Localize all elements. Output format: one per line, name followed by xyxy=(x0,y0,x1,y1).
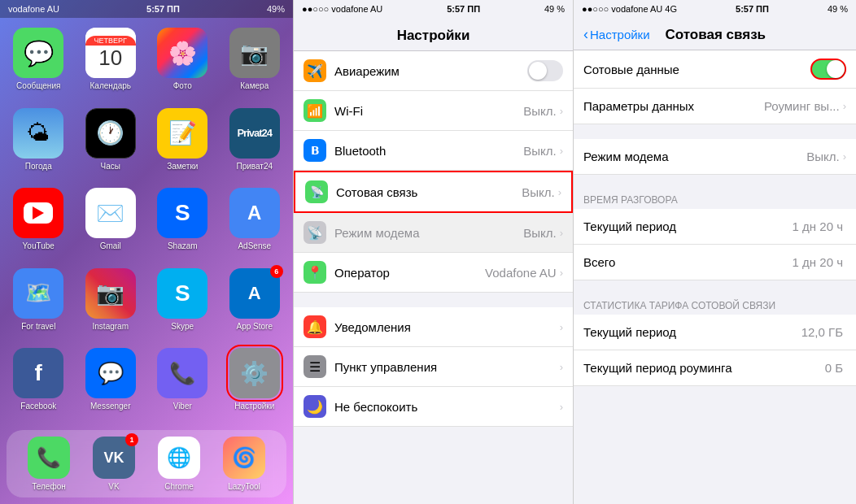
back-label: Настройки xyxy=(590,28,650,41)
phone2: ●●○○○ vodafone AU 5:57 ПП 49 % Настройки… xyxy=(293,0,574,504)
app-messenger[interactable]: 💬 Messenger xyxy=(81,348,142,417)
app-icon-facebook: f xyxy=(13,348,63,398)
dock-label-lazytool: LazyTool xyxy=(228,482,260,491)
settings-row-airplane[interactable]: ✈️ Авиарежим xyxy=(294,51,573,91)
app-shazam[interactable]: S Shazam xyxy=(152,188,213,257)
airplane-label: Авиарежим xyxy=(334,64,527,78)
cellular-value: Выкл. xyxy=(522,185,554,199)
settings-row-control[interactable]: ☰ Пункт управления › xyxy=(294,347,573,387)
wifi-icon: 📶 xyxy=(304,99,326,122)
app-label-appstore: App Store xyxy=(237,322,273,331)
app-clock[interactable]: 🕐 Часы xyxy=(81,108,142,177)
app-weather[interactable]: 🌤 Погода xyxy=(8,108,69,177)
separator-1 xyxy=(294,293,573,307)
app-label-youtube: YouTube xyxy=(23,241,55,250)
dock-label-chrome: Chrome xyxy=(164,482,194,491)
app-privat24[interactable]: Privat24 Приват24 xyxy=(225,108,286,177)
app-facebook[interactable]: f Facebook xyxy=(8,348,69,417)
data-params-label: Параметры данных xyxy=(583,99,764,113)
settings-row-dnd[interactable]: 🌙 Не беспокоить › xyxy=(294,387,573,427)
dock-chrome[interactable]: 🌐 Chrome xyxy=(158,437,200,491)
settings-row-operator[interactable]: 📍 Оператор Vodafone AU › xyxy=(294,253,573,293)
control-icon: ☰ xyxy=(304,355,326,378)
tariff-stats-group: Текущий период 12,0 ГБ Текущий период ро… xyxy=(574,315,856,386)
data-params-chevron: › xyxy=(843,100,846,112)
cellular-label: Сотовая связь xyxy=(336,185,522,199)
app-settings[interactable]: ⚙️ Настройки xyxy=(225,348,286,417)
app-appstore[interactable]: A 6 App Store xyxy=(225,268,286,337)
app-label-messages: Сообщения xyxy=(16,81,60,90)
app-label-weather: Погода xyxy=(25,162,52,171)
app-fortravel[interactable]: 🗺️ For travel xyxy=(8,268,69,337)
cellular-detail-header: ‹ Настройки Сотовая связь xyxy=(574,18,856,50)
modem-detail-chevron: › xyxy=(843,150,846,163)
app-icon-shazam: S xyxy=(157,188,207,238)
cellular-data-group: Сотовые данные Параметры данных Роуминг … xyxy=(574,50,856,124)
dnd-icon: 🌙 xyxy=(304,395,326,418)
app-icon-photos: 🌸 xyxy=(157,28,207,78)
dock-phone[interactable]: 📞 Телефон xyxy=(28,437,70,491)
app-photos[interactable]: 🌸 Фото xyxy=(152,28,213,97)
time-3: 5:57 ПП xyxy=(736,4,769,14)
app-adsense[interactable]: A AdSense xyxy=(225,188,286,257)
dock-lazytool[interactable]: 🌀 LazyTool xyxy=(223,437,265,491)
section-call-time: ВРЕМЯ РАЗГОВОРА xyxy=(574,189,856,209)
dock-icon-chrome: 🌐 xyxy=(158,437,200,479)
app-skype[interactable]: S Skype xyxy=(152,268,213,337)
dock-vk[interactable]: VK 1 VK xyxy=(93,437,135,491)
settings-row-data-params[interactable]: Параметры данных Роуминг вы... › xyxy=(574,89,856,124)
settings-row-modem-detail[interactable]: Режим модема Выкл. › xyxy=(574,139,856,175)
dnd-label: Не беспокоить xyxy=(334,400,560,414)
app-label-fortravel: For travel xyxy=(21,322,55,331)
app-icon-camera: 📷 xyxy=(229,28,280,78)
current-period-data-value: 12,0 ГБ xyxy=(801,325,843,339)
settings-row-cellular[interactable]: 📡 Сотовая связь Выкл. › xyxy=(295,172,571,211)
app-label-facebook: Facebook xyxy=(20,402,56,411)
settings-row-wifi[interactable]: 📶 Wi-Fi Выкл. › xyxy=(294,91,573,131)
current-period-calls-label: Текущий период xyxy=(583,219,793,233)
app-icon-messages: 💬 xyxy=(13,28,63,78)
app-label-instagram: Instagram xyxy=(93,322,129,331)
app-icon-settings: ⚙️ xyxy=(229,348,280,398)
app-notes[interactable]: 📝 Заметки xyxy=(152,108,213,177)
bluetooth-icon: 𝗕 xyxy=(304,139,326,162)
settings-row-notifications[interactable]: 🔔 Уведомления › xyxy=(294,307,573,347)
app-label-privat24: Приват24 xyxy=(236,162,273,171)
airplane-toggle[interactable] xyxy=(527,60,563,81)
app-youtube[interactable]: YouTube xyxy=(8,188,69,257)
bluetooth-value: Выкл. xyxy=(523,144,556,158)
app-label-skype: Skype xyxy=(171,322,194,331)
app-gmail[interactable]: ✉️ Gmail xyxy=(81,188,142,257)
wifi-label: Wi-Fi xyxy=(334,104,523,118)
settings-row-cellular-data[interactable]: Сотовые данные xyxy=(574,50,856,89)
cellular-highlight-wrapper: 📡 Сотовая связь Выкл. › xyxy=(294,171,573,213)
back-button[interactable]: ‹ Настройки xyxy=(583,26,650,43)
settings-group-connectivity: ✈️ Авиарежим 📶 Wi-Fi Выкл. › 𝗕 Bluetooth… xyxy=(294,51,573,293)
cellular-data-toggle[interactable] xyxy=(810,59,846,80)
carrier-2: ●●○○○ vodafone AU xyxy=(302,4,382,14)
modem-icon: 📡 xyxy=(304,221,326,244)
app-icon-notes: 📝 xyxy=(157,108,207,159)
app-label-shazam: Shazam xyxy=(168,241,198,250)
carrier-1: vodafone AU xyxy=(8,4,59,14)
total-calls-label: Всего xyxy=(583,255,793,269)
roaming-data-value: 0 Б xyxy=(825,361,843,375)
status-bar-2: ●●○○○ vodafone AU 5:57 ПП 49 % xyxy=(294,0,573,18)
dock-icon-phone: 📞 xyxy=(28,437,70,479)
app-messages[interactable]: 💬 Сообщения xyxy=(8,28,69,97)
wifi-chevron: › xyxy=(560,105,563,117)
separator-3-3 xyxy=(574,280,856,295)
cellular-chevron: › xyxy=(558,186,561,198)
app-calendar[interactable]: ЧЕТВЕРГ 10 Календарь xyxy=(81,28,142,97)
app-viber[interactable]: 📞 Viber xyxy=(152,348,213,417)
app-instagram[interactable]: 📷 Instagram xyxy=(81,268,142,337)
settings-row-modem[interactable]: 📡 Режим модема Выкл. › xyxy=(294,213,573,253)
status-bar-1: vodafone AU 5:57 ПП 49% xyxy=(0,0,293,18)
app-label-notes: Заметки xyxy=(167,162,198,171)
notifications-chevron: › xyxy=(560,321,563,333)
app-camera[interactable]: 📷 Камера xyxy=(225,28,286,97)
app-icon-appstore: A 6 xyxy=(229,268,280,319)
carrier-3: ●●○○○ vodafone AU 4G xyxy=(582,4,677,14)
settings-title: Настройки xyxy=(294,18,573,51)
settings-row-bluetooth[interactable]: 𝗕 Bluetooth Выкл. › xyxy=(294,131,573,171)
